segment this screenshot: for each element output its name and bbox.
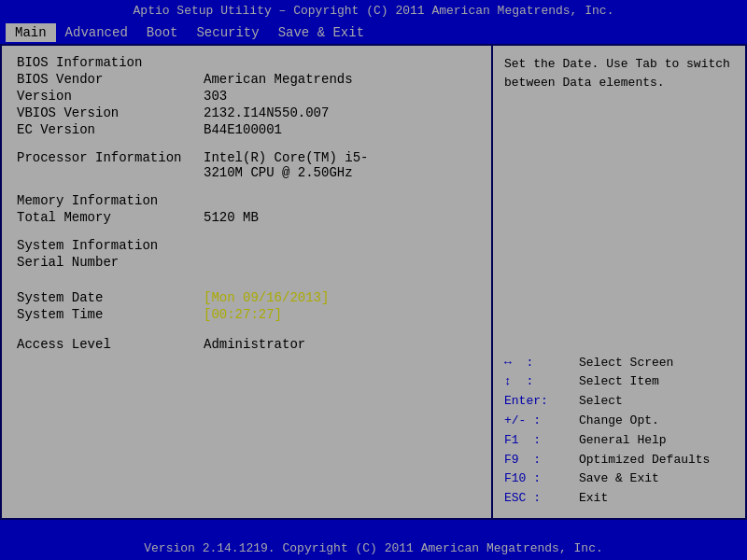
access-level-value: Administrator bbox=[204, 337, 305, 352]
processor-info-value: Intel(R) Core(TM) i5-3210M CPU @ 2.50GHz bbox=[204, 150, 368, 180]
key-f1: F1 : General Help bbox=[504, 431, 734, 451]
footer-text: Version 2.14.1219. Copyright (C) 2011 Am… bbox=[144, 541, 602, 555]
key-f10: F10 : Save & Exit bbox=[504, 469, 734, 489]
nav-item-advanced[interactable]: Advanced bbox=[56, 23, 137, 42]
ec-version-label: EC Version bbox=[17, 122, 204, 137]
key-select-screen: ↔ : Select Screen bbox=[504, 354, 734, 373]
version-value: 303 bbox=[204, 89, 227, 104]
ec-version-value: B44E100001 bbox=[204, 122, 282, 137]
key-desc-change: Change Opt. bbox=[579, 412, 659, 431]
version-row: Version 303 bbox=[17, 89, 476, 104]
processor-info-section: Processor Information Intel(R) Core(TM) … bbox=[17, 150, 476, 180]
memory-info-title: Memory Information bbox=[17, 193, 476, 208]
total-memory-label: Total Memory bbox=[17, 210, 204, 225]
key-desc-f10: Save & Exit bbox=[579, 469, 659, 489]
key-f9: F9 : Optimized Defaults bbox=[504, 451, 734, 470]
total-memory-value: 5120 MB bbox=[204, 210, 259, 225]
access-level-label: Access Level bbox=[17, 337, 204, 352]
right-panel: Set the Date. Use Tab to switch between … bbox=[493, 46, 745, 518]
key-desc-esc: Exit bbox=[579, 489, 608, 509]
key-combo-f9: F9 : bbox=[504, 451, 579, 470]
nav-menu: MainAdvancedBootSecuritySave & Exit bbox=[0, 21, 747, 44]
key-combo-screen: ↔ : bbox=[504, 354, 579, 373]
vbios-version-label: VBIOS Version bbox=[17, 105, 204, 120]
key-guide: ↔ : Select Screen ↕ : Select Item Enter:… bbox=[504, 354, 734, 509]
processor-info-row: Processor Information Intel(R) Core(TM) … bbox=[17, 150, 476, 180]
version-label: Version bbox=[17, 89, 204, 104]
serial-number-row: Serial Number bbox=[17, 255, 476, 270]
system-info-section: System Information Serial Number bbox=[17, 238, 476, 270]
bios-vendor-value: American Megatrends bbox=[204, 72, 353, 87]
title-text: Aptio Setup Utility – Copyright (C) 2011… bbox=[134, 4, 614, 18]
title-bar: Aptio Setup Utility – Copyright (C) 2011… bbox=[0, 0, 747, 21]
key-esc: ESC : Exit bbox=[504, 489, 734, 509]
system-time-row[interactable]: System Time [00:27:27] bbox=[17, 307, 476, 322]
total-memory-row: Total Memory 5120 MB bbox=[17, 210, 476, 225]
nav-item-main[interactable]: Main bbox=[6, 23, 56, 42]
key-enter: Enter: Select bbox=[504, 392, 734, 412]
vbios-version-value: 2132.I14N550.007 bbox=[204, 105, 329, 120]
ec-version-row: EC Version B44E100001 bbox=[17, 122, 476, 137]
system-time-label: System Time bbox=[17, 307, 204, 322]
content-area: BIOS Information BIOS Vendor American Me… bbox=[0, 44, 747, 520]
key-combo-f10: F10 : bbox=[504, 469, 579, 489]
key-desc-f1: General Help bbox=[579, 431, 667, 451]
bios-info-section: BIOS Information BIOS Vendor American Me… bbox=[17, 55, 476, 137]
key-desc-item: Select Item bbox=[579, 372, 659, 392]
bios-vendor-label: BIOS Vendor bbox=[17, 72, 204, 87]
footer: Version 2.14.1219. Copyright (C) 2011 Am… bbox=[0, 537, 747, 560]
system-date-row[interactable]: System Date [Mon 09/16/2013] bbox=[17, 290, 476, 305]
bios-vendor-row: BIOS Vendor American Megatrends bbox=[17, 72, 476, 87]
nav-item-save-and-exit[interactable]: Save & Exit bbox=[269, 23, 374, 42]
key-combo-change: +/- : bbox=[504, 412, 579, 431]
key-combo-enter: Enter: bbox=[504, 392, 579, 412]
key-change-opt: +/- : Change Opt. bbox=[504, 412, 734, 431]
key-desc-f9: Optimized Defaults bbox=[579, 451, 710, 470]
key-combo-item: ↕ : bbox=[504, 372, 579, 392]
system-info-title: System Information bbox=[17, 238, 476, 253]
nav-item-boot[interactable]: Boot bbox=[137, 23, 188, 42]
nav-item-security[interactable]: Security bbox=[187, 23, 268, 42]
system-time-value: [00:27:27] bbox=[204, 307, 282, 322]
system-date-value: [Mon 09/16/2013] bbox=[204, 290, 329, 305]
help-text: Set the Date. Use Tab to switch between … bbox=[504, 55, 734, 91]
serial-number-label: Serial Number bbox=[17, 255, 204, 270]
vbios-version-row: VBIOS Version 2132.I14N550.007 bbox=[17, 105, 476, 120]
memory-info-section: Memory Information Total Memory 5120 MB bbox=[17, 193, 476, 225]
key-select-item: ↕ : Select Item bbox=[504, 372, 734, 392]
key-desc-enter: Select bbox=[579, 392, 623, 412]
bios-info-title: BIOS Information bbox=[17, 55, 476, 70]
processor-info-label: Processor Information bbox=[17, 150, 204, 180]
system-date-label: System Date bbox=[17, 290, 204, 305]
key-desc-screen: Select Screen bbox=[579, 354, 673, 373]
access-level-row: Access Level Administrator bbox=[17, 337, 476, 352]
left-panel: BIOS Information BIOS Vendor American Me… bbox=[2, 46, 493, 518]
key-combo-f1: F1 : bbox=[504, 431, 579, 451]
key-combo-esc: ESC : bbox=[504, 489, 579, 509]
